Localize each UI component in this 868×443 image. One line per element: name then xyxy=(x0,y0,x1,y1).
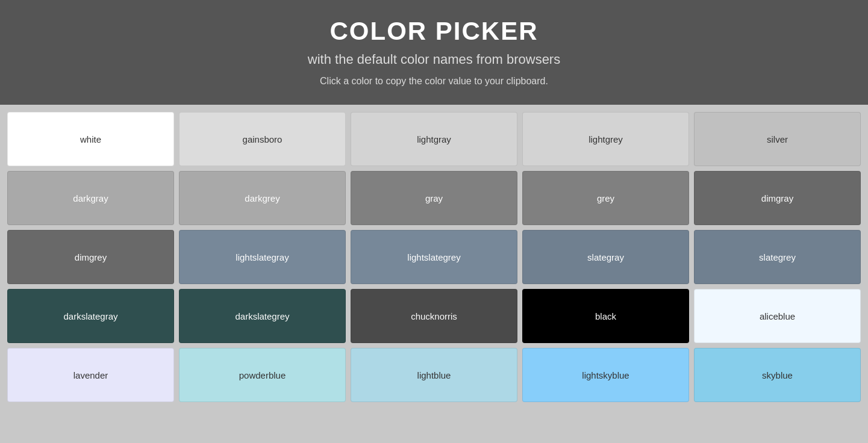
color-tile[interactable]: dimgrey xyxy=(7,230,174,284)
color-tile[interactable]: slategrey xyxy=(694,230,861,284)
page-header: COLOR PICKER with the default color name… xyxy=(0,0,868,105)
color-tile[interactable]: lightslategrey xyxy=(351,230,517,284)
color-tile[interactable]: darkslategrey xyxy=(179,289,346,343)
color-tile[interactable]: aliceblue xyxy=(694,289,861,343)
color-tile[interactable]: skyblue xyxy=(694,348,861,402)
color-tile[interactable]: white xyxy=(7,112,174,166)
color-tile[interactable]: grey xyxy=(522,171,689,225)
color-tile[interactable]: lavender xyxy=(7,348,174,402)
color-tile[interactable]: black xyxy=(522,289,689,343)
color-tile[interactable]: lightblue xyxy=(351,348,517,402)
color-tile[interactable]: darkslategray xyxy=(7,289,174,343)
color-tile[interactable]: silver xyxy=(694,112,861,166)
color-tile[interactable]: chucknorris xyxy=(351,289,517,343)
page-subtitle: with the default color names from browse… xyxy=(12,52,856,67)
page-title: COLOR PICKER xyxy=(12,17,856,46)
color-tile[interactable]: lightskyblue xyxy=(522,348,689,402)
color-tile[interactable]: lightslategray xyxy=(179,230,346,284)
color-tile[interactable]: gainsboro xyxy=(179,112,346,166)
color-tile[interactable]: lightgray xyxy=(351,112,517,166)
color-tile[interactable]: lightgrey xyxy=(522,112,689,166)
color-tile[interactable]: gray xyxy=(351,171,517,225)
color-grid: whitegainsborolightgraylightgreysilverda… xyxy=(0,105,868,409)
color-tile[interactable]: dimgray xyxy=(694,171,861,225)
color-tile[interactable]: slategray xyxy=(522,230,689,284)
color-tile[interactable]: powderblue xyxy=(179,348,346,402)
page-instruction: Click a color to copy the color value to… xyxy=(12,76,856,87)
color-tile[interactable]: darkgrey xyxy=(179,171,346,225)
color-tile[interactable]: darkgray xyxy=(7,171,174,225)
